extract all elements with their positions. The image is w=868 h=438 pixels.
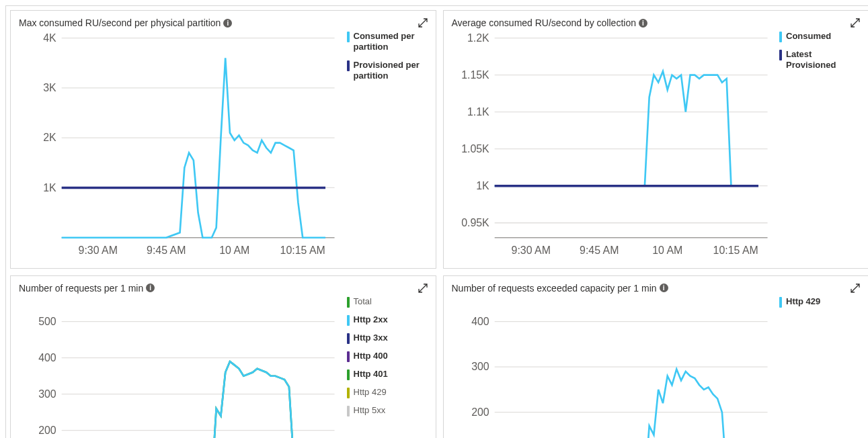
legend-item[interactable]: Http 429: [347, 387, 428, 398]
svg-text:10:15 AM: 10:15 AM: [713, 245, 758, 256]
svg-text:9:45 AM: 9:45 AM: [147, 245, 186, 256]
svg-text:9:45 AM: 9:45 AM: [580, 245, 619, 256]
info-icon[interactable]: i: [660, 283, 668, 292]
svg-text:300: 300: [38, 388, 56, 400]
chart-card-requests-per-min: Number of requests per 1 min i 010020030…: [10, 275, 436, 438]
legend-label: Http 2xx: [354, 314, 388, 325]
legend-item[interactable]: Latest Provisioned: [779, 49, 860, 71]
svg-text:4K: 4K: [43, 32, 56, 44]
card-header: Max consumed RU/second per physical part…: [19, 17, 428, 28]
svg-text:500: 500: [38, 316, 56, 327]
legend-label: Total: [354, 296, 372, 307]
legend: Http 429: [773, 296, 860, 438]
legend-swatch-icon: [347, 351, 350, 362]
svg-text:300: 300: [471, 361, 489, 372]
legend-item[interactable]: Provisioned per partition: [347, 60, 428, 82]
legend-item[interactable]: Http 401: [347, 369, 428, 380]
card-title: Number of requests exceeded capacity per…: [452, 283, 657, 294]
card-header: Average consumed RU/second by collection…: [452, 17, 861, 28]
legend-item[interactable]: Http 2xx: [347, 314, 428, 326]
legend-label: Consumed per partition: [354, 31, 428, 53]
card-title: Average consumed RU/second by collection: [452, 17, 636, 28]
card-header: Number of requests per 1 min i: [19, 283, 428, 294]
chart-plot: 1K2K3K4K9:30 AM9:45 AM10 AM10:15 AM: [19, 31, 340, 263]
chart-card-requests-exceeded: Number of requests exceeded capacity per…: [443, 275, 869, 438]
legend-label: Http 429: [354, 387, 387, 398]
svg-text:10 AM: 10 AM: [219, 245, 249, 256]
legend-label: Consumed: [786, 31, 831, 42]
svg-text:10 AM: 10 AM: [652, 245, 682, 256]
chart-plot: 01002003004009:30 AM9:45 AM10 AM10:15 AM: [452, 296, 773, 438]
svg-text:1.1K: 1.1K: [467, 106, 489, 118]
expand-icon[interactable]: [418, 18, 428, 28]
svg-text:2K: 2K: [43, 132, 56, 143]
svg-text:1K: 1K: [476, 180, 489, 191]
legend-item[interactable]: Http 400: [347, 351, 428, 362]
legend-swatch-icon: [779, 50, 782, 60]
svg-text:3K: 3K: [43, 82, 56, 93]
svg-text:1.05K: 1.05K: [461, 143, 489, 155]
dashboard-grid: Max consumed RU/second per physical part…: [5, 5, 868, 438]
info-icon[interactable]: i: [223, 19, 232, 28]
legend-item[interactable]: Http 3xx: [347, 333, 428, 344]
legend-label: Http 429: [786, 296, 820, 307]
card-header: Number of requests exceeded capacity per…: [452, 283, 861, 294]
svg-text:200: 200: [471, 406, 489, 418]
info-icon[interactable]: i: [146, 283, 155, 292]
legend-item[interactable]: Http 5xx: [347, 405, 428, 417]
svg-text:1K: 1K: [43, 182, 56, 193]
legend-label: Http 400: [354, 351, 388, 361]
legend-label: Latest Provisioned: [786, 49, 860, 71]
legend-item[interactable]: Consumed: [779, 31, 860, 42]
legend-swatch-icon: [347, 388, 350, 398]
legend-swatch-icon: [347, 297, 350, 308]
legend-label: Http 5xx: [354, 405, 386, 416]
legend: Consumed Latest Provisioned: [773, 31, 860, 263]
legend-swatch-icon: [347, 406, 350, 417]
chart-plot: 0.95K1K1.05K1.1K1.15K1.2K9:30 AM9:45 AM1…: [452, 31, 773, 263]
chart-plot: 01002003004005009:30 AM9:45 AM10 AM10:15…: [19, 296, 340, 438]
expand-icon[interactable]: [851, 18, 860, 28]
legend-item[interactable]: Total: [347, 296, 428, 308]
chart-card-avg-ru-collection: Average consumed RU/second by collection…: [443, 10, 869, 269]
expand-icon[interactable]: [418, 283, 428, 293]
svg-text:200: 200: [38, 425, 56, 436]
svg-text:400: 400: [471, 316, 489, 327]
svg-text:0.95K: 0.95K: [461, 217, 489, 228]
info-icon[interactable]: i: [639, 19, 647, 28]
legend-swatch-icon: [347, 315, 350, 326]
expand-icon[interactable]: [851, 283, 860, 293]
legend-item[interactable]: Http 429: [779, 296, 860, 308]
svg-text:9:30 AM: 9:30 AM: [511, 245, 550, 256]
card-title: Number of requests per 1 min: [19, 283, 143, 294]
legend-swatch-icon: [347, 32, 350, 42]
legend-label: Http 401: [354, 369, 388, 380]
card-title: Max consumed RU/second per physical part…: [19, 17, 221, 28]
legend-swatch-icon: [779, 32, 782, 42]
svg-text:1.15K: 1.15K: [461, 69, 489, 81]
legend-label: Provisioned per partition: [354, 60, 428, 82]
svg-text:400: 400: [38, 352, 56, 363]
svg-text:1.2K: 1.2K: [467, 32, 489, 44]
legend-item[interactable]: Consumed per partition: [347, 31, 428, 53]
legend-swatch-icon: [347, 333, 350, 344]
chart-card-max-ru-partition: Max consumed RU/second per physical part…: [10, 10, 436, 269]
legend-swatch-icon: [347, 60, 350, 71]
legend-label: Http 3xx: [354, 333, 388, 343]
legend: Total Http 2xx Http 3xx Http 400 Http 40…: [340, 296, 428, 438]
legend-swatch-icon: [779, 297, 782, 308]
svg-text:10:15 AM: 10:15 AM: [280, 245, 325, 256]
legend-swatch-icon: [347, 369, 350, 380]
legend: Consumed per partition Provisioned per p…: [340, 31, 428, 263]
svg-text:9:30 AM: 9:30 AM: [79, 245, 118, 256]
